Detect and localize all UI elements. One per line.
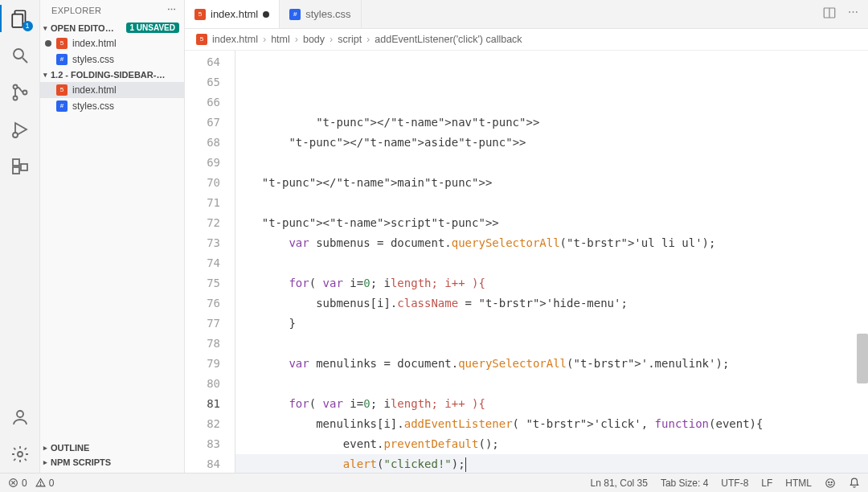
svg-line-3: [23, 58, 27, 63]
line-gutter: 6465666768697071727374757677787980818283…: [185, 51, 235, 473]
status-language[interactable]: HTML: [785, 478, 812, 489]
status-encoding[interactable]: UTF-8: [721, 478, 748, 489]
chevron-right-icon: ›: [263, 34, 266, 45]
notifications-icon[interactable]: [849, 478, 860, 489]
editor-tab[interactable]: # styles.css: [280, 0, 361, 28]
file-name: styles.css: [72, 54, 114, 65]
svg-point-4: [13, 85, 17, 89]
status-warnings[interactable]: 0: [35, 478, 55, 489]
chevron-right-icon: ▸: [43, 444, 47, 452]
activity-badge: 1: [23, 21, 33, 31]
settings-gear-icon[interactable]: [8, 442, 32, 466]
svg-point-6: [23, 91, 27, 95]
code-content[interactable]: "t-punc"></"t-name">nav"t-punc">> "t-pun…: [235, 51, 868, 473]
editor-tabs: 5 index.html # styles.css ⋯: [185, 0, 868, 29]
split-editor-icon[interactable]: [822, 6, 837, 23]
extensions-icon[interactable]: [8, 154, 32, 178]
status-errors[interactable]: 0: [8, 478, 27, 489]
explorer-panel: EXPLORER ⋯ ▾ OPEN EDITO… 1 UNSAVED 5 ind…: [40, 0, 185, 473]
css-file-icon: #: [56, 100, 68, 112]
folder-header[interactable]: ▾ 1.2 - FOLDING-SIDEBAR-…: [40, 68, 184, 82]
chevron-right-icon: ›: [295, 34, 298, 45]
editor-area: 5 index.html # styles.css ⋯ 5 index.html…: [185, 0, 868, 473]
file-name: index.html: [72, 84, 117, 96]
chevron-down-icon: ▾: [43, 24, 47, 32]
css-file-icon: #: [289, 9, 301, 20]
editor-tab[interactable]: 5 index.html: [185, 0, 280, 28]
folder-file-item[interactable]: 5 index.html: [40, 82, 184, 98]
breadcrumb-item[interactable]: script: [338, 34, 362, 45]
file-name: index.html: [72, 38, 117, 49]
html-file-icon: 5: [194, 9, 206, 20]
account-icon[interactable]: [8, 405, 32, 429]
feedback-icon[interactable]: [825, 478, 836, 489]
svg-point-8: [13, 133, 18, 137]
editor-more-icon[interactable]: ⋯: [848, 6, 858, 23]
html-file-icon: 5: [56, 38, 68, 49]
svg-rect-1: [12, 14, 23, 27]
svg-point-12: [17, 411, 23, 417]
chevron-right-icon: ▸: [43, 458, 47, 466]
svg-point-5: [13, 96, 17, 100]
file-name: styles.css: [72, 100, 114, 112]
explorer-icon[interactable]: 1: [8, 6, 32, 31]
svg-rect-9: [13, 159, 19, 166]
status-eol[interactable]: LF: [761, 478, 772, 489]
open-editor-item[interactable]: # styles.css: [40, 51, 184, 68]
status-tabsize[interactable]: Tab Size: 4: [661, 478, 708, 489]
svg-rect-11: [21, 164, 27, 170]
status-bar: 0 0 Ln 81, Col 35 Tab Size: 4 UTF-8 LF H…: [0, 473, 868, 492]
svg-point-21: [826, 478, 835, 487]
chevron-right-icon: ›: [330, 34, 333, 45]
explorer-title: EXPLORER: [51, 6, 101, 15]
svg-point-22: [829, 482, 829, 482]
code-editor[interactable]: 6465666768697071727374757677787980818283…: [185, 51, 868, 473]
modified-dot-icon: [45, 40, 51, 47]
breadcrumb-item[interactable]: html: [271, 34, 290, 45]
css-file-icon: #: [56, 54, 68, 65]
activity-bar: 1: [0, 0, 40, 473]
npm-scripts-header[interactable]: ▸ NPM SCRIPTS: [40, 455, 184, 469]
search-icon[interactable]: [8, 43, 32, 68]
breadcrumb[interactable]: 5 index.html › html › body › script › ad…: [185, 29, 868, 51]
html-file-icon: 5: [196, 34, 207, 45]
tab-dirty-dot-icon: [263, 11, 269, 18]
svg-point-2: [14, 49, 23, 59]
breadcrumb-item[interactable]: addEventListener('click') callback: [375, 34, 522, 45]
scrollbar-thumb[interactable]: [857, 334, 868, 383]
chevron-right-icon: ›: [366, 34, 370, 45]
html-file-icon: 5: [56, 84, 68, 96]
breadcrumb-item[interactable]: body: [303, 34, 325, 45]
folder-file-item[interactable]: # styles.css: [40, 98, 184, 114]
run-debug-icon[interactable]: [8, 117, 32, 141]
svg-point-23: [831, 482, 832, 482]
open-editor-item[interactable]: 5 index.html: [40, 35, 184, 51]
source-control-icon[interactable]: [8, 80, 32, 105]
status-lncol[interactable]: Ln 81, Col 35: [591, 478, 648, 489]
breadcrumb-file: index.html: [212, 34, 258, 45]
svg-point-20: [40, 485, 41, 486]
unsaved-badge: 1 UNSAVED: [126, 23, 180, 33]
svg-point-13: [18, 452, 23, 457]
open-editors-header[interactable]: ▾ OPEN EDITO… 1 UNSAVED: [40, 20, 184, 35]
explorer-more-icon[interactable]: ⋯: [167, 5, 176, 15]
tab-label: index.html: [211, 8, 258, 20]
chevron-down-icon: ▾: [43, 71, 47, 79]
tab-label: styles.css: [305, 8, 350, 20]
svg-rect-10: [13, 167, 19, 174]
outline-header[interactable]: ▸ OUTLINE: [40, 441, 184, 455]
